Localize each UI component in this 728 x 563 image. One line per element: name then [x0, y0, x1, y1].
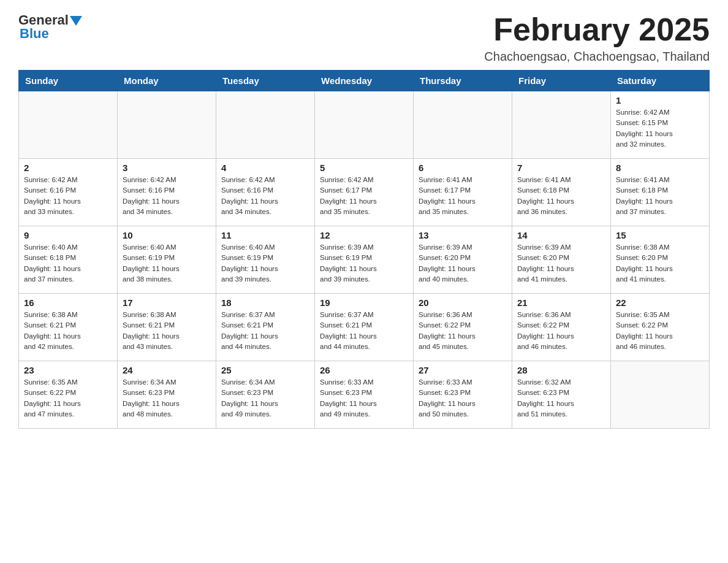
day-number: 19 — [320, 297, 408, 308]
day-info: Sunrise: 6:38 AMSunset: 6:21 PMDaylight:… — [24, 310, 112, 352]
day-info: Sunrise: 6:33 AMSunset: 6:23 PMDaylight:… — [419, 377, 507, 419]
logo-triangle-icon — [70, 16, 82, 26]
day-info: Sunrise: 6:42 AMSunset: 6:16 PMDaylight:… — [221, 175, 309, 217]
calendar-cell: 24Sunrise: 6:34 AMSunset: 6:23 PMDayligh… — [118, 361, 216, 429]
logo: General Blue — [18, 12, 82, 42]
day-number: 28 — [517, 365, 605, 375]
calendar-week-row: 23Sunrise: 6:35 AMSunset: 6:22 PMDayligh… — [19, 361, 710, 429]
day-info: Sunrise: 6:39 AMSunset: 6:20 PMDaylight:… — [419, 242, 507, 285]
day-number: 24 — [123, 365, 211, 375]
day-info: Sunrise: 6:42 AMSunset: 6:17 PMDaylight:… — [320, 175, 408, 217]
day-info: Sunrise: 6:39 AMSunset: 6:19 PMDaylight:… — [320, 242, 408, 285]
col-sunday: Sunday — [19, 71, 118, 91]
day-number: 15 — [616, 230, 704, 240]
calendar-cell: 14Sunrise: 6:39 AMSunset: 6:20 PMDayligh… — [512, 226, 611, 294]
day-info: Sunrise: 6:41 AMSunset: 6:17 PMDaylight:… — [419, 175, 507, 217]
day-number: 26 — [320, 365, 408, 375]
day-number: 11 — [221, 230, 309, 240]
calendar-cell: 15Sunrise: 6:38 AMSunset: 6:20 PMDayligh… — [611, 226, 710, 294]
calendar-week-row: 1Sunrise: 6:42 AMSunset: 6:15 PMDaylight… — [19, 91, 710, 159]
calendar-cell — [414, 91, 512, 159]
day-number: 2 — [24, 163, 112, 173]
calendar-cell — [611, 361, 710, 429]
col-monday: Monday — [118, 71, 216, 91]
day-info: Sunrise: 6:42 AMSunset: 6:15 PMDaylight:… — [616, 107, 704, 150]
day-number: 5 — [320, 163, 408, 173]
day-number: 12 — [320, 230, 408, 240]
day-info: Sunrise: 6:35 AMSunset: 6:22 PMDaylight:… — [616, 310, 704, 352]
day-info: Sunrise: 6:36 AMSunset: 6:22 PMDaylight:… — [419, 310, 507, 352]
day-number: 16 — [24, 297, 112, 308]
calendar-cell: 18Sunrise: 6:37 AMSunset: 6:21 PMDayligh… — [216, 294, 315, 361]
calendar-cell: 28Sunrise: 6:32 AMSunset: 6:23 PMDayligh… — [512, 361, 611, 429]
calendar-cell: 17Sunrise: 6:38 AMSunset: 6:21 PMDayligh… — [118, 294, 216, 361]
day-info: Sunrise: 6:41 AMSunset: 6:18 PMDaylight:… — [517, 175, 605, 217]
col-saturday: Saturday — [611, 71, 710, 91]
day-info: Sunrise: 6:37 AMSunset: 6:21 PMDaylight:… — [320, 310, 408, 352]
calendar-cell: 2Sunrise: 6:42 AMSunset: 6:16 PMDaylight… — [19, 159, 118, 226]
day-info: Sunrise: 6:41 AMSunset: 6:18 PMDaylight:… — [616, 175, 704, 217]
calendar-cell — [216, 91, 315, 159]
day-number: 9 — [24, 230, 112, 240]
day-info: Sunrise: 6:38 AMSunset: 6:20 PMDaylight:… — [616, 242, 704, 285]
calendar-cell — [315, 91, 414, 159]
calendar-cell: 10Sunrise: 6:40 AMSunset: 6:19 PMDayligh… — [118, 226, 216, 294]
calendar-cell: 20Sunrise: 6:36 AMSunset: 6:22 PMDayligh… — [414, 294, 512, 361]
col-tuesday: Tuesday — [216, 71, 315, 91]
day-number: 13 — [419, 230, 507, 240]
calendar-cell: 25Sunrise: 6:34 AMSunset: 6:23 PMDayligh… — [216, 361, 315, 429]
calendar-cell: 3Sunrise: 6:42 AMSunset: 6:16 PMDaylight… — [118, 159, 216, 226]
calendar-cell: 26Sunrise: 6:33 AMSunset: 6:23 PMDayligh… — [315, 361, 414, 429]
col-wednesday: Wednesday — [315, 71, 414, 91]
calendar-header-row: Sunday Monday Tuesday Wednesday Thursday… — [19, 71, 710, 91]
day-info: Sunrise: 6:34 AMSunset: 6:23 PMDaylight:… — [221, 377, 309, 419]
calendar-cell: 6Sunrise: 6:41 AMSunset: 6:17 PMDaylight… — [414, 159, 512, 226]
day-info: Sunrise: 6:32 AMSunset: 6:23 PMDaylight:… — [517, 377, 605, 419]
day-number: 8 — [616, 163, 704, 173]
day-number: 7 — [517, 163, 605, 173]
day-number: 1 — [616, 95, 704, 105]
day-info: Sunrise: 6:35 AMSunset: 6:22 PMDaylight:… — [24, 377, 112, 419]
calendar-cell: 13Sunrise: 6:39 AMSunset: 6:20 PMDayligh… — [414, 226, 512, 294]
logo-blue-text: Blue — [18, 26, 49, 42]
calendar-cell: 11Sunrise: 6:40 AMSunset: 6:19 PMDayligh… — [216, 226, 315, 294]
calendar-cell: 5Sunrise: 6:42 AMSunset: 6:17 PMDaylight… — [315, 159, 414, 226]
calendar-week-row: 9Sunrise: 6:40 AMSunset: 6:18 PMDaylight… — [19, 226, 710, 294]
month-title: February 2025 — [484, 12, 710, 47]
day-info: Sunrise: 6:40 AMSunset: 6:19 PMDaylight:… — [123, 242, 211, 285]
day-number: 6 — [419, 163, 507, 173]
calendar-cell: 27Sunrise: 6:33 AMSunset: 6:23 PMDayligh… — [414, 361, 512, 429]
calendar-cell: 19Sunrise: 6:37 AMSunset: 6:21 PMDayligh… — [315, 294, 414, 361]
col-thursday: Thursday — [414, 71, 512, 91]
day-number: 27 — [419, 365, 507, 375]
day-number: 23 — [24, 365, 112, 375]
day-number: 10 — [123, 230, 211, 240]
calendar-cell: 4Sunrise: 6:42 AMSunset: 6:16 PMDaylight… — [216, 159, 315, 226]
day-info: Sunrise: 6:42 AMSunset: 6:16 PMDaylight:… — [24, 175, 112, 217]
calendar-cell — [512, 91, 611, 159]
day-number: 25 — [221, 365, 309, 375]
calendar-cell: 7Sunrise: 6:41 AMSunset: 6:18 PMDaylight… — [512, 159, 611, 226]
day-info: Sunrise: 6:38 AMSunset: 6:21 PMDaylight:… — [123, 310, 211, 352]
day-number: 18 — [221, 297, 309, 308]
calendar-cell: 23Sunrise: 6:35 AMSunset: 6:22 PMDayligh… — [19, 361, 118, 429]
calendar-cell: 22Sunrise: 6:35 AMSunset: 6:22 PMDayligh… — [611, 294, 710, 361]
day-info: Sunrise: 6:42 AMSunset: 6:16 PMDaylight:… — [123, 175, 211, 217]
day-info: Sunrise: 6:40 AMSunset: 6:19 PMDaylight:… — [221, 242, 309, 285]
day-number: 20 — [419, 297, 507, 308]
calendar-cell: 16Sunrise: 6:38 AMSunset: 6:21 PMDayligh… — [19, 294, 118, 361]
day-number: 4 — [221, 163, 309, 173]
calendar-cell: 8Sunrise: 6:41 AMSunset: 6:18 PMDaylight… — [611, 159, 710, 226]
day-number: 17 — [123, 297, 211, 308]
calendar-table: Sunday Monday Tuesday Wednesday Thursday… — [18, 70, 710, 429]
calendar-cell: 9Sunrise: 6:40 AMSunset: 6:18 PMDaylight… — [19, 226, 118, 294]
day-info: Sunrise: 6:40 AMSunset: 6:18 PMDaylight:… — [24, 242, 112, 285]
day-info: Sunrise: 6:37 AMSunset: 6:21 PMDaylight:… — [221, 310, 309, 352]
day-info: Sunrise: 6:36 AMSunset: 6:22 PMDaylight:… — [517, 310, 605, 352]
page-header: General Blue February 2025 Chachoengsao,… — [18, 12, 710, 64]
day-number: 3 — [123, 163, 211, 173]
day-number: 21 — [517, 297, 605, 308]
calendar-cell — [19, 91, 118, 159]
calendar-week-row: 16Sunrise: 6:38 AMSunset: 6:21 PMDayligh… — [19, 294, 710, 361]
calendar-cell: 21Sunrise: 6:36 AMSunset: 6:22 PMDayligh… — [512, 294, 611, 361]
